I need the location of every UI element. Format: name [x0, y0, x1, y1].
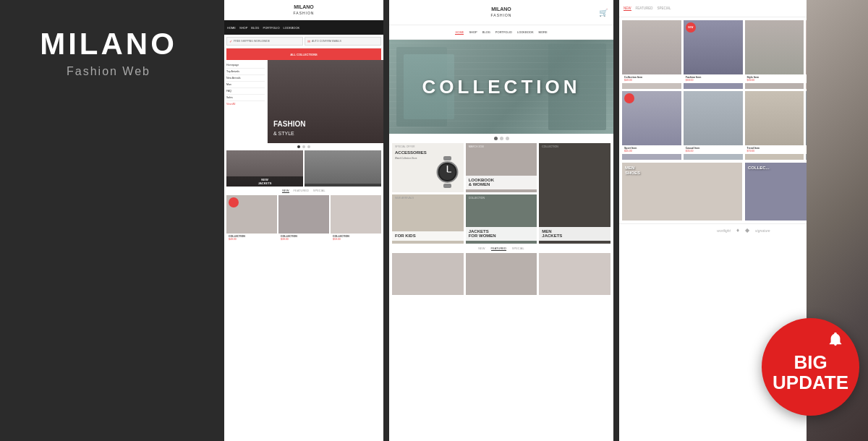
- ss2-categories: SPECIAL OFFER ACCESSORIES Watch Collecti…: [389, 143, 613, 244]
- screenshot-1: MILANOFASHION HOME SHOP BLOG PORTFOLIO L…: [224, 0, 383, 441]
- ss1-hero: FASHION& STYLE: [268, 60, 383, 143]
- ss2-featured-products: [392, 253, 610, 295]
- ss1-product-tabs: NEW FEATURED SPECIAL: [226, 189, 381, 193]
- ss3-prod-7: Trend Item $79.00: [745, 91, 804, 160]
- ss1-prod-3: COLLECTION $59.00: [331, 195, 381, 242]
- ss2-fprod-2: [466, 253, 537, 295]
- ss3-men-shoes: MENSHOES: [622, 163, 742, 220]
- ss2-dot-1: [494, 137, 498, 140]
- ss2-cart-icon: 🛒: [599, 9, 608, 17]
- ss1-tab-featured: FEATURED: [294, 189, 309, 193]
- ss2-cat-accessories: SPECIAL OFFER ACCESSORIES Watch Collecti…: [392, 143, 464, 192]
- ss1-btn-shipping: ✓ FREE SHIPPING WORLDWIDE: [226, 37, 303, 46]
- ss1-tab-special: SPECIAL: [313, 189, 326, 193]
- ss1-prod-2: COLLECTION $39.00: [278, 195, 329, 242]
- ss2-ftab-featured: FEATURED: [491, 247, 506, 251]
- ss2-dot-2: [500, 137, 503, 140]
- ss1-menu: Homepage Top Arrivals New Arrivals Man F…: [224, 60, 268, 143]
- ss1-logo: MILANOFASHION: [294, 4, 315, 15]
- ss1-header: MILANOFASHION: [224, 0, 383, 20]
- brand-title: MILANO: [40, 29, 177, 59]
- ss3-prod-2: NEW Fashion Item $69.00: [684, 20, 743, 89]
- ss3-prod-1: Collection Item $49.00: [622, 20, 681, 89]
- ss1-nav-portfolio: PORTFOLIO: [263, 26, 279, 30]
- ss1-menu-item-4: Man: [226, 82, 265, 88]
- ss3-badge-2: NEW: [686, 22, 696, 33]
- ss2-cat-jackets: COLLECTION MENJACKETS: [539, 143, 610, 244]
- ss1-navbar: HOME SHOP BLOG PORTFOLIO LOOKBOOK: [224, 20, 383, 35]
- ss1-items-grid: NEWJACKETS: [224, 150, 383, 187]
- ss3-brand-1: wortlight: [717, 228, 731, 233]
- ss2-nav-portfolio: PORTFOLIO: [495, 30, 512, 34]
- big-update-text: BIG UPDATE: [773, 353, 848, 393]
- ss1-body: Homepage Top Arrivals New Arrivals Man F…: [224, 60, 383, 143]
- ss1-sale-badge-1: [229, 197, 239, 207]
- ss2-featured-tabs: NEW FEATURED SPECIAL: [392, 247, 610, 251]
- ss2-cat-kids: NEW ARRIVALS FOR KIDS: [392, 194, 464, 244]
- ss2-fprod-3: [539, 253, 610, 295]
- ss2-cat-lookbook: MARCH 2016 LOOKBOOK& WOMEN: [466, 143, 537, 192]
- ss2-hero: COLLECTION: [389, 40, 613, 134]
- screenshot-2: MILANOFASHION 🛒 HOME SHOP BLOG PORTFOLIO…: [389, 0, 613, 441]
- ss1-sidebar-label: ALL COLLECTIONS: [226, 48, 381, 60]
- ss2-logo: MILANOFASHION: [491, 7, 512, 17]
- ss1-nav-lookbook: LOOKBOOK: [284, 26, 300, 30]
- ss1-nav-home: HOME: [227, 26, 236, 30]
- ss3-brand-4: signature: [755, 228, 770, 233]
- left-panel: MILANO Fashion Web: [0, 0, 217, 441]
- ss3-brand-3: ◆: [745, 227, 749, 234]
- bell-icon: [827, 331, 843, 350]
- ss1-prod-1: COLLECTION $49.00: [226, 195, 277, 242]
- brand-subtitle: Fashion Web: [67, 65, 150, 78]
- ss1-dots: [224, 143, 383, 150]
- ss2-nav: HOME SHOP BLOG PORTFOLIO LOOKBOOK MORE: [389, 25, 613, 40]
- ss1-menu-item-6: Sales: [226, 95, 265, 101]
- ss1-tab-new: NEW: [282, 189, 289, 193]
- ss2-dots: [389, 134, 613, 143]
- big-update-badge: BIG UPDATE: [762, 318, 859, 416]
- ss2-fprod-1: [392, 253, 464, 295]
- ss1-menu-item-2: Top Arrivals: [226, 69, 265, 75]
- ss2-nav-more: MORE: [539, 30, 548, 34]
- ss2-dot-3: [506, 137, 509, 140]
- svg-rect-16: [443, 184, 451, 188]
- ss3-badge-5: [624, 93, 634, 103]
- ss3-tab-special: SPECIAL: [657, 7, 671, 11]
- ss2-nav-lookbook: LOOKBOOK: [517, 30, 534, 34]
- ss2-nav-blog: BLOG: [482, 30, 490, 34]
- ss1-nav-blog: BLOG: [251, 26, 259, 30]
- ss1-product-row: COLLECTION $49.00 COLLECTION $39.00 COLL…: [226, 195, 381, 242]
- ss3-tab-new: NEW: [624, 7, 631, 11]
- ss1-menu-item-7: View All: [226, 101, 265, 107]
- ss2-featured: NEW FEATURED SPECIAL: [389, 244, 613, 298]
- ss1-dot-2: [302, 145, 305, 148]
- ss3-nav-tabs: NEW FEATURED SPECIAL: [624, 7, 671, 11]
- ss1-menu-item-5: FAQ: [226, 88, 265, 95]
- ss1-menu-item-1: Homepage: [226, 62, 265, 69]
- ss1-grid-item-2: [305, 150, 381, 187]
- ss2-hero-text: COLLECTION: [422, 76, 581, 98]
- ss2-nav-shop: SHOP: [469, 30, 477, 34]
- ss1-hero-text: FASHION& STYLE: [273, 120, 305, 137]
- ss2-cat-women: COLLECTION JACKETSFOR WOMEN: [466, 194, 537, 244]
- ss1-menu-item-3: New Arrivals: [226, 75, 265, 82]
- ss1-grid-item-1: NEWJACKETS: [226, 150, 303, 187]
- ss3-brand-2: ♦: [736, 227, 739, 234]
- ss2-watch-svg: [435, 156, 460, 189]
- ss1-products-section: NEW FEATURED SPECIAL COLLECTION $49.00 C…: [224, 187, 383, 244]
- ss2-ftab-new: NEW: [478, 247, 485, 251]
- ss2-header: MILANOFASHION 🛒: [389, 0, 613, 25]
- svg-rect-11: [443, 156, 451, 160]
- ss2-nav-home: HOME: [455, 30, 464, 35]
- ss2-ftab-special: SPECIAL: [512, 247, 524, 251]
- ss3-prod-6: Casual Item $35.00: [684, 91, 743, 160]
- ss3-prod-3: Style Item $39.00: [745, 20, 804, 89]
- ss3-prod-5: Sport Item $45.00: [622, 91, 681, 160]
- ss3-tab-featured: FEATURED: [636, 7, 653, 11]
- ss1-dot-3: [307, 145, 310, 148]
- ss1-btn-emails: ✉ AUTO CONFIRM EMAILS: [305, 37, 381, 46]
- ss1-dot-1: [297, 145, 300, 148]
- ss1-nav-shop: SHOP: [239, 26, 247, 30]
- ss1-action-bar: ✓ FREE SHIPPING WORLDWIDE ✉ AUTO CONFIRM…: [224, 35, 383, 48]
